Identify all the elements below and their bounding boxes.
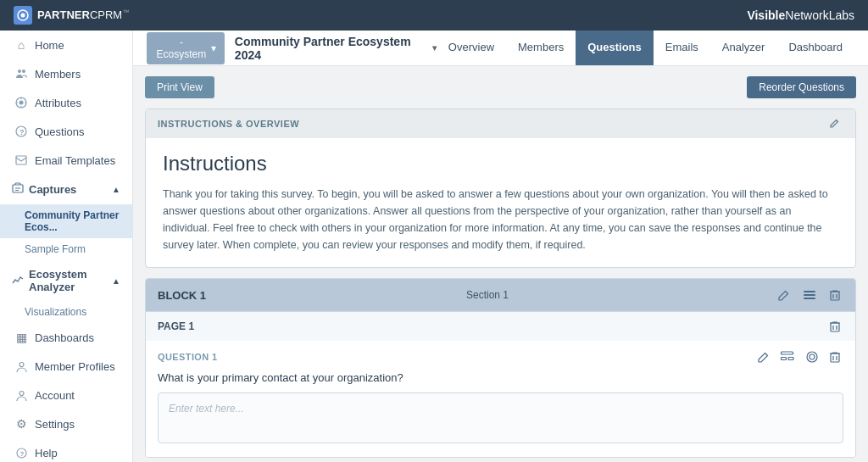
print-view-button[interactable]: Print View <box>145 76 214 98</box>
sidebar-item-questions[interactable]: ? Questions <box>0 117 132 146</box>
page-block: PAGE 1 <box>146 311 855 341</box>
profiles-icon <box>14 359 28 373</box>
secondary-navbar: - Ecosystem ▾ Community Partner Ecosyste… <box>133 31 868 66</box>
svg-text:?: ? <box>19 450 24 458</box>
svg-point-4 <box>19 101 24 105</box>
sidebar-sub-visualizations[interactable]: Visualizations <box>0 301 132 323</box>
settings-icon: ⚙ <box>14 417 28 431</box>
question-container: QUESTION 1 <box>146 341 855 457</box>
block-header: BLOCK 1 Section 1 <box>146 279 855 311</box>
ecosystem-button[interactable]: - Ecosystem ▾ <box>147 32 225 64</box>
project-title[interactable]: Community Partner Ecosystem 2024 ▾ <box>235 35 437 62</box>
question-settings-button[interactable] <box>803 349 821 365</box>
question-delete-button[interactable] <box>826 349 843 365</box>
sidebar-sub-sample[interactable]: Sample Form <box>0 238 132 260</box>
svg-rect-8 <box>16 156 26 164</box>
ecosystem-analyzer-section[interactable]: Ecosystem Analyzer ▲ <box>0 260 132 301</box>
sidebar-item-member-profiles[interactable]: Member Profiles <box>0 352 132 381</box>
page-delete-button[interactable] <box>826 319 843 334</box>
question-actions <box>754 349 843 365</box>
content-body: Print View Reorder Questions INSTRUCTION… <box>133 66 868 462</box>
sidebar-item-settings[interactable]: ⚙ Settings <box>0 409 132 438</box>
block-section: Section 1 <box>466 289 765 301</box>
analyzer-icon <box>12 274 24 288</box>
instructions-text: Thank you for taking this survey. To beg… <box>163 186 838 253</box>
svg-point-1 <box>21 14 25 18</box>
svg-rect-22 <box>782 358 787 360</box>
svg-rect-20 <box>831 323 839 331</box>
svg-rect-23 <box>788 358 793 360</box>
block-edit-button[interactable] <box>775 288 793 303</box>
sidebar-item-email-templates[interactable]: Email Templates <box>0 146 132 175</box>
sidebar-item-help[interactable]: ? Help <box>0 438 132 462</box>
questions-icon: ? <box>14 125 28 138</box>
main-layout: ⌂ Home Members Attributes ? Questions E <box>0 31 868 462</box>
action-bar: Print View Reorder Questions <box>145 76 856 98</box>
block-reorder-button[interactable] <box>799 287 820 303</box>
svg-text:?: ? <box>19 128 25 136</box>
logo-icon <box>14 6 32 25</box>
nav-tabs: Overview Members Questions Emails Analyz… <box>437 31 854 65</box>
question-edit-button[interactable] <box>754 349 772 365</box>
answer-area: Enter text here... <box>158 392 843 443</box>
sidebar-item-members[interactable]: Members <box>0 59 132 88</box>
reorder-questions-button[interactable]: Reorder Questions <box>747 76 856 98</box>
captures-icon <box>12 182 24 197</box>
question-text: What is your primary contact at your org… <box>158 371 843 384</box>
sidebar-item-attributes[interactable]: Attributes <box>0 88 132 117</box>
svg-rect-17 <box>804 294 815 296</box>
block-delete-button[interactable] <box>826 287 843 303</box>
help-icon: ? <box>14 446 28 459</box>
tab-emails[interactable]: Emails <box>654 31 710 65</box>
block-title: BLOCK 1 <box>158 289 456 302</box>
logo-text: PARTNERCPRM™ <box>37 8 129 21</box>
attributes-icon <box>14 96 28 109</box>
sidebar-item-dashboards[interactable]: ▦ Dashboards <box>0 323 132 352</box>
instructions-block: INSTRUCTIONS & OVERVIEW Instructions Tha… <box>145 109 856 268</box>
question-header: QUESTION 1 <box>158 349 843 365</box>
question-label: QUESTION 1 <box>158 352 218 362</box>
instructions-title: Instructions <box>163 152 838 175</box>
svg-point-12 <box>19 362 24 366</box>
svg-point-25 <box>807 352 817 362</box>
svg-rect-21 <box>782 352 793 354</box>
ecosystem-dropdown-icon: ▾ <box>211 42 216 54</box>
email-icon <box>14 153 28 167</box>
tab-analyzer[interactable]: Analyzer <box>710 31 777 65</box>
svg-rect-18 <box>804 298 815 299</box>
tab-dashboard[interactable]: Dashboard <box>776 31 854 65</box>
home-icon: ⌂ <box>14 38 28 52</box>
svg-point-24 <box>810 354 815 359</box>
tab-questions[interactable]: Questions <box>576 31 654 65</box>
instructions-header: INSTRUCTIONS & OVERVIEW <box>146 109 855 138</box>
answer-placeholder: Enter text here... <box>169 403 244 415</box>
logo: PARTNERCPRM™ <box>14 6 129 25</box>
sidebar-item-home[interactable]: ⌂ Home <box>0 31 132 59</box>
svg-point-3 <box>22 70 25 73</box>
block-actions <box>775 287 843 303</box>
block-container: BLOCK 1 Section 1 <box>145 278 856 458</box>
svg-rect-26 <box>831 353 839 362</box>
tab-members[interactable]: Members <box>506 31 576 65</box>
svg-point-2 <box>18 70 21 73</box>
dashboards-icon: ▦ <box>14 331 28 344</box>
svg-rect-19 <box>831 292 839 300</box>
question-branch-button[interactable] <box>777 349 798 365</box>
members-icon <box>14 67 28 81</box>
page-title: PAGE 1 <box>158 320 194 332</box>
content-area: - Ecosystem ▾ Community Partner Ecosyste… <box>133 31 868 462</box>
captures-section[interactable]: Captures ▲ <box>0 175 132 204</box>
tab-overview[interactable]: Overview <box>437 31 506 65</box>
top-navbar: PARTNERCPRM™ VisibleNetworkLabs <box>0 0 868 31</box>
sidebar-sub-community[interactable]: Community Partner Ecos... <box>0 204 132 238</box>
sidebar-item-account[interactable]: Account <box>0 381 132 409</box>
account-icon <box>14 388 28 402</box>
svg-rect-16 <box>804 291 815 292</box>
svg-point-13 <box>19 391 24 395</box>
instructions-edit-button[interactable] <box>825 116 843 131</box>
brand-name: VisibleNetworkLabs <box>747 8 854 22</box>
captures-chevron: ▲ <box>112 185 120 194</box>
instructions-body: Instructions Thank you for taking this s… <box>146 138 855 267</box>
ecosystem-chevron: ▲ <box>112 276 120 286</box>
sidebar: ⌂ Home Members Attributes ? Questions E <box>0 31 133 462</box>
